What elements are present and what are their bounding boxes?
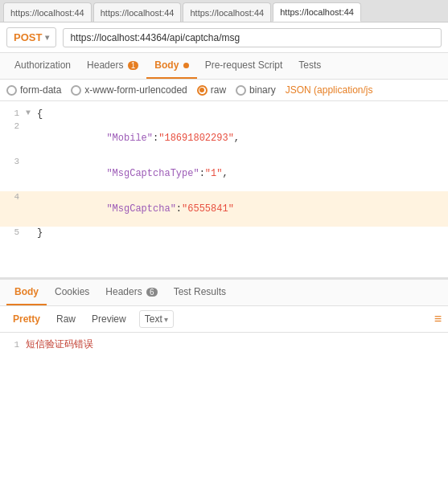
- method-label: POST: [14, 31, 42, 43]
- request-tabs: Authorization Headers 1 Body Pre-request…: [0, 53, 448, 80]
- code-line-4: 4 "MsgCaptcha":"6555841": [0, 191, 448, 227]
- line-content-4: "MsgCaptcha":"6555841": [37, 192, 448, 226]
- format-raw-button[interactable]: Raw: [50, 311, 82, 327]
- json-type-label: JSON (application/js: [286, 84, 373, 96]
- resp-tab-cookies-label: Cookies: [55, 286, 89, 297]
- line-content-5: }: [37, 227, 448, 239]
- option-binary-label: binary: [249, 84, 276, 96]
- method-chevron-icon: ▾: [45, 33, 49, 42]
- response-format-bar: Pretty Raw Preview Text ▾ ≡: [0, 306, 448, 333]
- option-form-data-label: form-data: [20, 84, 61, 96]
- tab-prerequest[interactable]: Pre-request Script: [197, 53, 291, 79]
- tab-tests-label: Tests: [298, 59, 321, 71]
- browser-tab-4[interactable]: https://localhost:44: [273, 2, 361, 22]
- radio-raw-icon: [197, 85, 208, 96]
- tab-body[interactable]: Body: [146, 53, 196, 79]
- tab-authorization[interactable]: Authorization: [6, 53, 79, 79]
- line-num-4: 4: [0, 192, 26, 202]
- main-container: POST ▾ Authorization Headers 1 Body Pre-…: [0, 23, 448, 483]
- wrap-icon[interactable]: ≡: [434, 312, 442, 326]
- browser-tabs-bar: https://localhost:44 https://localhost:4…: [0, 0, 448, 23]
- text-type-select[interactable]: Text ▾: [139, 310, 174, 328]
- val-mobile: "18691802293": [158, 133, 234, 144]
- url-input[interactable]: [63, 28, 442, 47]
- method-button[interactable]: POST ▾: [6, 27, 56, 47]
- radio-binary-icon: [236, 85, 246, 96]
- browser-tab-3[interactable]: https://localhost:44: [183, 2, 271, 22]
- browser-tab-1[interactable]: https://localhost:44: [3, 2, 92, 22]
- key-msgcaptcha: "MsgCaptcha": [84, 203, 176, 215]
- format-raw-label: Raw: [56, 313, 76, 325]
- resp-tab-test-results-label: Test Results: [174, 286, 226, 297]
- option-binary[interactable]: binary: [236, 84, 276, 96]
- body-options: form-data x-www-form-urlencoded raw bina…: [0, 80, 448, 101]
- resp-tab-test-results[interactable]: Test Results: [166, 280, 234, 305]
- option-raw[interactable]: raw: [197, 84, 226, 96]
- resp-line-num-1: 1: [6, 340, 19, 350]
- option-urlencoded[interactable]: x-www-form-urlencoded: [71, 84, 187, 96]
- format-pretty-label: Pretty: [13, 313, 40, 325]
- radio-urlencoded-icon: [71, 85, 81, 96]
- option-form-data[interactable]: form-data: [6, 84, 61, 96]
- code-line-5: 5 }: [0, 227, 448, 239]
- resp-tab-headers-label: Headers: [105, 286, 142, 297]
- line-num-3: 3: [0, 157, 26, 166]
- response-section: Body Cookies Headers 6 Test Results Pret…: [0, 278, 448, 356]
- line-num-2: 2: [0, 121, 26, 131]
- headers-badge: 1: [128, 61, 139, 70]
- tab-headers[interactable]: Headers 1: [79, 53, 146, 79]
- text-type-chevron-icon: ▾: [164, 315, 168, 324]
- resp-tab-cookies[interactable]: Cookies: [47, 280, 97, 305]
- resp-tab-body[interactable]: Body: [6, 280, 47, 305]
- response-body: 1 短信验证码错误: [0, 333, 448, 356]
- format-pretty-button[interactable]: Pretty: [6, 311, 47, 327]
- option-raw-label: raw: [211, 84, 226, 96]
- tab-authorization-label: Authorization: [14, 59, 71, 71]
- tab-body-label: Body: [154, 59, 179, 71]
- line-content-3: "MsgCaptchaType":"1",: [37, 157, 448, 190]
- val-msgcaptchatype: "1": [205, 168, 223, 179]
- code-editor[interactable]: 1 ▼ { 2 "Mobile":"18691802293", 3 "MsgCa…: [0, 101, 448, 278]
- tab-headers-label: Headers: [87, 59, 123, 71]
- code-line-1: 1 ▼ {: [0, 108, 448, 121]
- format-preview-button[interactable]: Preview: [85, 311, 133, 327]
- browser-tab-1-label: https://localhost:44: [10, 8, 84, 18]
- text-type-label: Text: [145, 313, 162, 325]
- line-content-2: "Mobile":"18691802293",: [37, 121, 448, 155]
- option-urlencoded-label: x-www-form-urlencoded: [84, 84, 187, 96]
- tab-prerequest-label: Pre-request Script: [205, 59, 283, 71]
- val-msgcaptcha: "6555841": [182, 203, 234, 215]
- browser-tab-2[interactable]: https://localhost:44: [93, 2, 182, 22]
- radio-form-data-icon: [6, 85, 17, 96]
- code-line-2: 2 "Mobile":"18691802293",: [0, 121, 448, 156]
- line-num-5: 5: [0, 227, 26, 237]
- url-bar: POST ▾: [0, 23, 448, 53]
- code-line-3: 3 "MsgCaptchaType":"1",: [0, 156, 448, 191]
- resp-tab-headers[interactable]: Headers 6: [97, 280, 165, 305]
- resp-line-content-1: 短信验证码错误: [26, 338, 93, 351]
- line-toggle-1[interactable]: ▼: [26, 108, 37, 117]
- response-tabs: Body Cookies Headers 6 Test Results: [0, 280, 448, 306]
- browser-tab-3-label: https://localhost:44: [190, 8, 264, 18]
- browser-tab-4-label: https://localhost:44: [280, 7, 354, 17]
- resp-tab-body-label: Body: [14, 286, 39, 297]
- body-dot-indicator: [183, 63, 189, 68]
- browser-tab-2-label: https://localhost:44: [101, 8, 175, 18]
- key-mobile: "Mobile": [84, 133, 153, 144]
- line-num-1: 1: [0, 108, 26, 118]
- tab-tests[interactable]: Tests: [290, 53, 329, 79]
- response-line-1: 1 短信验证码错误: [6, 338, 442, 351]
- line-content-1: {: [37, 108, 448, 120]
- resp-headers-badge: 6: [146, 288, 158, 297]
- key-msgcaptchatype: "MsgCaptchaType": [84, 168, 199, 179]
- format-preview-label: Preview: [92, 313, 126, 325]
